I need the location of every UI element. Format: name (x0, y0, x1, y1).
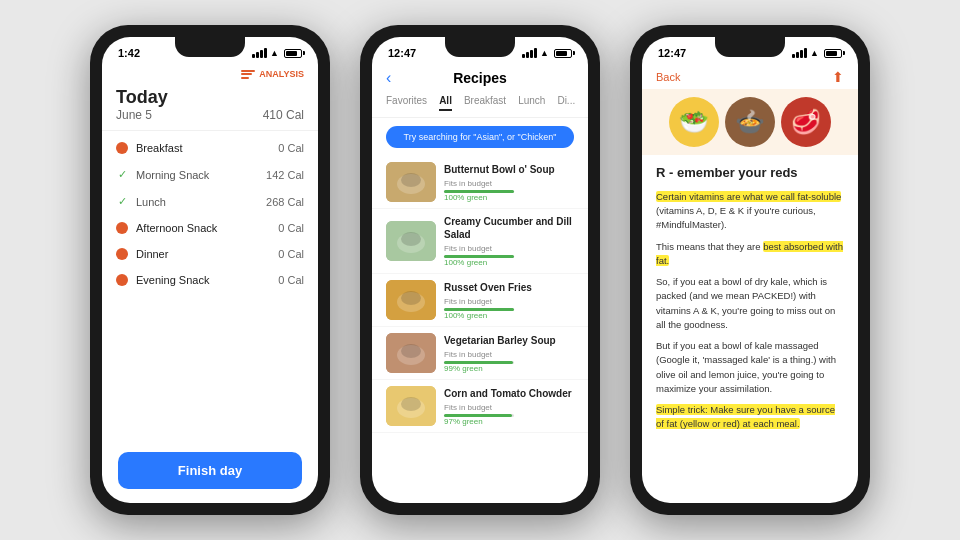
check-icon: ✓ (116, 195, 128, 208)
analysis-icon (241, 70, 255, 79)
meal-name: Afternoon Snack (136, 222, 217, 234)
recipe-budget: Fits in budget (444, 179, 574, 188)
signal-icon (252, 48, 267, 58)
meal-item-left: ✓ Morning Snack (116, 168, 209, 181)
recipe-budget: Fits in budget (444, 350, 574, 359)
recipe-item[interactable]: Corn and Tomato Chowder Fits in budget 9… (372, 380, 588, 433)
meal-name: Lunch (136, 196, 166, 208)
recipe-budget: Fits in budget (444, 403, 574, 412)
meal-item[interactable]: ✓ Morning Snack 142 Cal (102, 161, 318, 188)
recipe-tab[interactable]: All (439, 95, 452, 111)
meal-item[interactable]: Evening Snack 0 Cal (102, 267, 318, 293)
meal-name: Dinner (136, 248, 168, 260)
phone-1: 1:42 ▲ ANALYSIS (90, 25, 330, 515)
meal-calories: 0 Cal (278, 142, 304, 154)
article-images: 🥗 🍲 🥩 (642, 89, 858, 155)
recipe-tab[interactable]: Di... (557, 95, 575, 111)
recipe-green-pct: 97% green (444, 417, 574, 426)
dot-icon (116, 222, 128, 234)
recipe-item[interactable]: Butternut Bowl o' Soup Fits in budget 10… (372, 156, 588, 209)
finish-btn-container: Finish day (102, 442, 318, 503)
signal-icon-3 (792, 48, 807, 58)
recipe-info: Russet Oven Fries Fits in budget 100% gr… (444, 281, 574, 320)
back-button-2[interactable]: ‹ (386, 69, 391, 87)
recipe-info: Butternut Bowl o' Soup Fits in budget 10… (444, 163, 574, 202)
meal-calories: 0 Cal (278, 222, 304, 234)
recipe-green-pct: 99% green (444, 364, 574, 373)
recipe-name: Butternut Bowl o' Soup (444, 163, 574, 176)
phone2-header: ‹ Recipes (372, 63, 588, 91)
article-content: R - emember your reds Certain vitamins a… (642, 155, 858, 503)
status-icons-3: ▲ (792, 48, 842, 58)
article-image-2: 🍲 (725, 97, 775, 147)
recipe-green-pct: 100% green (444, 311, 574, 320)
article-para-3: So, if you eat a bowl of dry kale, which… (656, 275, 844, 332)
meal-item[interactable]: Dinner 0 Cal (102, 241, 318, 267)
svg-point-8 (401, 291, 421, 305)
today-label: Today (116, 87, 304, 108)
svg-point-2 (401, 173, 421, 187)
recipes-title: Recipes (453, 70, 507, 86)
article-image-1: 🥗 (669, 97, 719, 147)
date-section: Today June 5 410 Cal (102, 83, 318, 131)
highlight-2: best absorbed with fat. (656, 241, 843, 266)
battery-icon-3 (824, 49, 842, 58)
recipe-list: Butternut Bowl o' Soup Fits in budget 10… (372, 156, 588, 503)
article-para-2: This means that they are best absorbed w… (656, 240, 844, 269)
signal-icon-2 (522, 48, 537, 58)
recipe-name: Creamy Cucumber and Dill Salad (444, 215, 574, 241)
date-label: June 5 (116, 108, 152, 122)
meal-item-left: Breakfast (116, 142, 182, 154)
meal-calories: 142 Cal (266, 169, 304, 181)
notch-2 (445, 37, 515, 57)
highlight-1: Certain vitamins are what we call fat-so… (656, 191, 841, 202)
recipe-green-pct: 100% green (444, 258, 574, 267)
recipe-image (386, 162, 436, 202)
recipe-item[interactable]: Russet Oven Fries Fits in budget 100% gr… (372, 274, 588, 327)
meal-item[interactable]: Breakfast 0 Cal (102, 135, 318, 161)
time-1: 1:42 (118, 47, 140, 59)
meal-item[interactable]: Afternoon Snack 0 Cal (102, 215, 318, 241)
recipe-info: Creamy Cucumber and Dill Salad Fits in b… (444, 215, 574, 267)
article-para-4: But if you eat a bowl of kale massaged (… (656, 339, 844, 396)
wifi-icon: ▲ (270, 48, 279, 58)
notch-3 (715, 37, 785, 57)
recipe-budget: Fits in budget (444, 244, 574, 253)
finish-day-button[interactable]: Finish day (118, 452, 302, 489)
phone1-header: ANALYSIS (102, 63, 318, 83)
check-icon: ✓ (116, 168, 128, 181)
date-row: June 5 410 Cal (116, 108, 304, 122)
search-suggestion[interactable]: Try searching for "Asian", or "Chicken" (386, 126, 574, 148)
recipe-info: Vegetarian Barley Soup Fits in budget 99… (444, 334, 574, 373)
svg-point-5 (401, 232, 421, 246)
share-icon[interactable]: ⬆ (832, 69, 844, 85)
recipe-item[interactable]: Vegetarian Barley Soup Fits in budget 99… (372, 327, 588, 380)
article-image-3: 🥩 (781, 97, 831, 147)
recipe-image (386, 333, 436, 373)
recipe-green-pct: 100% green (444, 193, 574, 202)
recipe-image (386, 386, 436, 426)
back-button-3[interactable]: Back (656, 71, 680, 83)
meal-item-left: Afternoon Snack (116, 222, 217, 234)
recipe-tabs: FavoritesAllBreakfastLunchDi... (372, 91, 588, 118)
meal-name: Evening Snack (136, 274, 209, 286)
recipe-tab[interactable]: Favorites (386, 95, 427, 111)
recipe-tab[interactable]: Breakfast (464, 95, 506, 111)
recipe-name: Corn and Tomato Chowder (444, 387, 574, 400)
meal-name: Morning Snack (136, 169, 209, 181)
analysis-button[interactable]: ANALYSIS (241, 69, 304, 79)
article-title: R - emember your reds (656, 165, 844, 182)
highlight-3: Simple trick: Make sure you have a sourc… (656, 404, 835, 429)
meal-item[interactable]: ✓ Lunch 268 Cal (102, 188, 318, 215)
wifi-icon-3: ▲ (810, 48, 819, 58)
recipe-image (386, 221, 436, 261)
recipe-item[interactable]: Creamy Cucumber and Dill Salad Fits in b… (372, 209, 588, 274)
article-para-5: Simple trick: Make sure you have a sourc… (656, 403, 844, 432)
notch-1 (175, 37, 245, 57)
recipe-tab[interactable]: Lunch (518, 95, 545, 111)
meal-calories: 268 Cal (266, 196, 304, 208)
phone-3: 12:47 ▲ Back ⬆ 🥗 🍲 🥩 R - emember yo (630, 25, 870, 515)
battery-icon-2 (554, 49, 572, 58)
time-2: 12:47 (388, 47, 416, 59)
total-calories: 410 Cal (263, 108, 304, 122)
